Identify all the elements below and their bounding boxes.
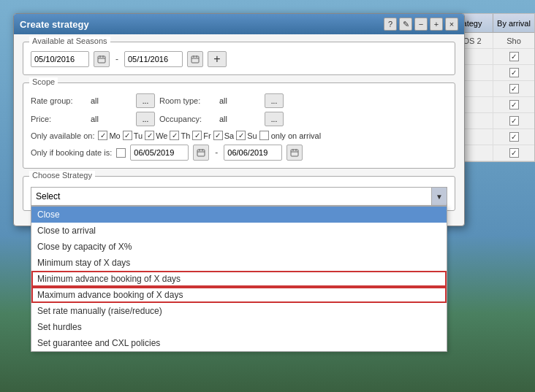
booking-date-row: Only if booking date is: - bbox=[31, 145, 447, 161]
side-cell-4b bbox=[493, 97, 534, 112]
seasons-row: - + bbox=[31, 48, 447, 67]
option-min-advance[interactable]: Minimum advance booking of X days bbox=[31, 271, 447, 287]
minimize-button[interactable]: − bbox=[414, 18, 428, 31]
label-mo: Mo bbox=[109, 131, 120, 140]
strategy-legend: Choose Strategy bbox=[29, 171, 95, 180]
svg-rect-8 bbox=[197, 150, 205, 156]
svg-rect-12 bbox=[291, 150, 298, 156]
checkbox-su[interactable] bbox=[236, 131, 246, 140]
scope-grid: Rate group: all ... Room type: all ... P… bbox=[31, 89, 447, 126]
checkbox-we[interactable] bbox=[145, 131, 154, 140]
strategy-select-wrap: Select ▼ Close Close to arrival Close by… bbox=[31, 187, 447, 206]
day-sa: Sa bbox=[213, 131, 234, 140]
day-tu: Tu bbox=[123, 131, 143, 140]
booking-date-to[interactable] bbox=[224, 145, 282, 161]
booking-calendar-to[interactable] bbox=[287, 145, 303, 161]
price-label: Price: bbox=[31, 115, 89, 123]
room-type-label: Room type: bbox=[159, 96, 218, 105]
checkbox-tu[interactable] bbox=[123, 131, 132, 140]
booking-date-from[interactable] bbox=[130, 145, 189, 161]
dash-1: - bbox=[114, 54, 120, 64]
option-set-guarantee[interactable]: Set guarantee and CXL policies bbox=[31, 335, 447, 351]
side-cell-1b bbox=[493, 49, 534, 64]
label-fr: Fr bbox=[203, 131, 210, 140]
days-row: Only available on: Mo Tu We Th bbox=[31, 131, 447, 140]
occupancy-value: all bbox=[219, 115, 263, 123]
booking-date-label: Only if booking date is: bbox=[31, 148, 112, 157]
option-set-rate[interactable]: Set rate manually (raise/reduce) bbox=[31, 303, 447, 319]
strategy-section: Choose Strategy Select ▼ Close Close to … bbox=[23, 176, 455, 211]
rate-group-value: all bbox=[91, 96, 134, 105]
day-th: Th bbox=[170, 131, 190, 140]
dash-2: - bbox=[213, 147, 219, 158]
dialog-titlebar: Create strategy ? ✎ − + × bbox=[14, 14, 464, 34]
seasons-date-to[interactable] bbox=[124, 51, 183, 67]
price-btn[interactable]: ... bbox=[136, 112, 155, 126]
side-cell-2b bbox=[493, 65, 534, 80]
option-set-hurdles[interactable]: Set hurdles bbox=[31, 319, 447, 335]
day-we: We bbox=[145, 131, 167, 140]
side-cell-6b bbox=[493, 129, 534, 145]
svg-rect-0 bbox=[98, 56, 105, 63]
side-col-strategy-label: ategy bbox=[463, 19, 482, 28]
seasons-calendar-to[interactable] bbox=[187, 51, 203, 67]
side-cell-7b bbox=[493, 145, 534, 161]
maximize-button[interactable]: + bbox=[430, 18, 443, 31]
dialog-title: Create strategy bbox=[20, 19, 89, 30]
create-strategy-dialog: Create strategy ? ✎ − + × Available at S… bbox=[13, 13, 465, 226]
side-cell-3b bbox=[493, 81, 534, 96]
add-season-button[interactable]: + bbox=[208, 51, 227, 67]
dialog-body: Available at Seasons - bbox=[14, 34, 464, 226]
option-max-advance[interactable]: Maximum advance booking of X days bbox=[31, 287, 447, 303]
close-button[interactable]: × bbox=[445, 18, 458, 31]
side-col-arrival-label: By arrival bbox=[497, 19, 531, 28]
svg-rect-4 bbox=[191, 56, 199, 63]
option-close[interactable]: Close bbox=[31, 207, 447, 223]
price-value: all bbox=[91, 115, 134, 123]
booking-calendar-from[interactable] bbox=[193, 145, 209, 161]
check-icon-6 bbox=[509, 132, 519, 142]
room-type-value: all bbox=[219, 96, 263, 105]
checkbox-fr[interactable] bbox=[192, 131, 202, 140]
show-text: Sho bbox=[504, 36, 523, 45]
dialog-controls: ? ✎ − + × bbox=[384, 18, 458, 31]
seasons-date-from[interactable] bbox=[31, 51, 89, 67]
day-mo: Mo bbox=[98, 131, 120, 140]
check-icon-3 bbox=[509, 84, 519, 93]
strategy-select-display[interactable]: Select bbox=[31, 187, 447, 206]
label-we: We bbox=[156, 131, 167, 140]
option-minimum-stay[interactable]: Minimum stay of X days bbox=[31, 255, 447, 271]
check-icon-4 bbox=[509, 100, 519, 109]
label-tu: Tu bbox=[134, 131, 143, 140]
check-icon-7 bbox=[509, 148, 519, 158]
check-icon-1 bbox=[509, 52, 519, 61]
option-close-to-arrival[interactable]: Close to arrival bbox=[31, 223, 447, 239]
side-col-arrival: By arrival bbox=[493, 14, 534, 32]
checkbox-th[interactable] bbox=[170, 131, 179, 140]
scope-legend: Scope bbox=[29, 77, 58, 86]
days-label: Only available on: bbox=[31, 131, 94, 140]
check-icon-5 bbox=[509, 116, 519, 126]
seasons-legend: Available at Seasons bbox=[29, 36, 110, 45]
scope-section: Scope Rate group: all ... Room type: all… bbox=[23, 82, 455, 169]
day-su: Su bbox=[236, 131, 257, 140]
day-fr: Fr bbox=[192, 131, 210, 140]
seasons-calendar-from[interactable] bbox=[94, 51, 110, 67]
only-on-arrival-label: only on arrival bbox=[271, 131, 321, 140]
help-button[interactable]: ? bbox=[384, 18, 397, 31]
rate-group-btn[interactable]: ... bbox=[136, 93, 155, 108]
label-su: Su bbox=[247, 131, 257, 140]
strategy-dropdown: Close Close to arrival Close by capacity… bbox=[31, 206, 447, 352]
checkbox-booking-date[interactable] bbox=[116, 148, 126, 158]
checkbox-sa[interactable] bbox=[213, 131, 223, 140]
option-close-by-capacity[interactable]: Close by capacity of X% bbox=[31, 239, 447, 255]
occupancy-btn[interactable]: ... bbox=[265, 112, 284, 126]
edit-button[interactable]: ✎ bbox=[399, 18, 412, 31]
checkbox-only-on-arrival[interactable] bbox=[259, 131, 269, 140]
side-cell-os2-show: Sho bbox=[493, 33, 534, 48]
seasons-section: Available at Seasons - bbox=[23, 42, 455, 75]
room-type-btn[interactable]: ... bbox=[265, 93, 284, 108]
occupancy-label: Occupancy: bbox=[159, 115, 218, 123]
checkbox-mo[interactable] bbox=[98, 131, 107, 140]
label-sa: Sa bbox=[224, 131, 234, 140]
